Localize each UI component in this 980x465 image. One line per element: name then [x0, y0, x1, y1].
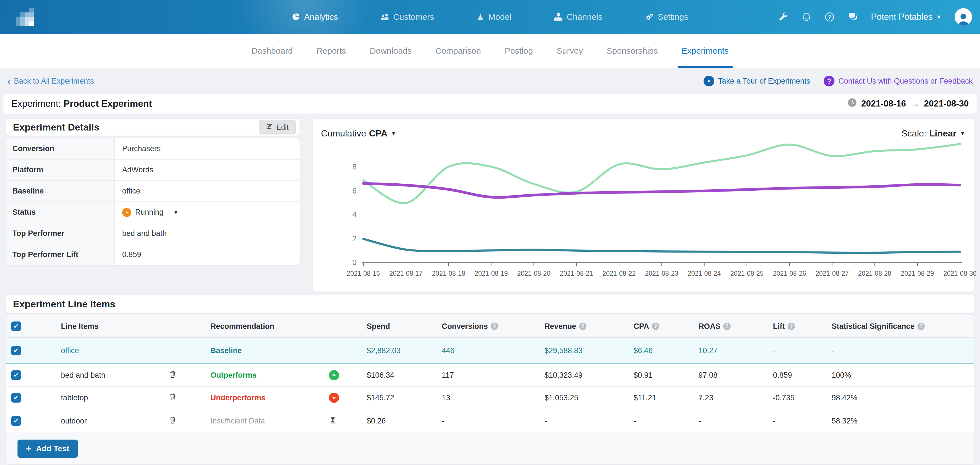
- nav-item-customers[interactable]: Customers: [380, 12, 434, 22]
- help-icon[interactable]: [788, 323, 795, 330]
- question-circle-icon: ?: [824, 76, 834, 86]
- svg-text:2021-08-26: 2021-08-26: [773, 270, 806, 277]
- svg-text:2021-08-24: 2021-08-24: [688, 270, 721, 277]
- row-checkbox[interactable]: [11, 416, 21, 426]
- tab-postlog[interactable]: Postlog: [503, 34, 535, 68]
- row-checkbox[interactable]: [11, 370, 21, 380]
- avatar[interactable]: [955, 8, 972, 26]
- svg-text:6: 6: [352, 187, 356, 195]
- arrow-right-icon: →: [910, 99, 920, 109]
- chevron-down-icon: ▼: [173, 209, 179, 216]
- roas-value: 7.23: [698, 393, 773, 402]
- recommendation: Insufficient Data: [210, 417, 329, 425]
- underperforms-icon: [329, 393, 339, 403]
- tab-survey[interactable]: Survey: [555, 34, 584, 68]
- cpa-value: $0.91: [633, 371, 698, 380]
- tour-link[interactable]: Take a Tour of Experiments: [703, 76, 810, 86]
- details-row-status: Status Running ▼: [6, 202, 299, 223]
- details-row-conversion: Conversion Purchasers: [6, 138, 299, 160]
- svg-text:2021-08-27: 2021-08-27: [816, 270, 849, 277]
- svg-text:2021-08-25: 2021-08-25: [730, 270, 764, 277]
- sitemap-icon: [554, 13, 563, 21]
- stat-sig-value: 100%: [832, 371, 974, 380]
- cpa-value: -: [633, 417, 698, 425]
- trash-icon[interactable]: [168, 395, 177, 403]
- chart-header: Cumulative CPA ▼ Scale: Linear ▼: [313, 119, 974, 141]
- lift-value: -: [773, 417, 832, 425]
- nav-item-analytics[interactable]: Analytics: [292, 12, 338, 22]
- help-circle-icon[interactable]: ?: [824, 12, 835, 22]
- date-range[interactable]: 2021-08-16 → 2021-08-30: [848, 98, 969, 109]
- tab-downloads[interactable]: Downloads: [368, 34, 413, 68]
- tab-reports[interactable]: Reports: [315, 34, 348, 68]
- scale-selector[interactable]: Scale: Linear ▼: [901, 128, 965, 139]
- hourglass-icon: [329, 417, 337, 426]
- tab-comparison[interactable]: Comparison: [434, 34, 483, 68]
- roas-value: 10.27: [698, 346, 773, 355]
- metric-selector[interactable]: Cumulative CPA ▼: [321, 128, 396, 139]
- line-item-name[interactable]: office: [61, 346, 166, 355]
- nav-item-channels[interactable]: Channels: [554, 12, 603, 22]
- cpa-value: $6.46: [633, 346, 698, 355]
- table-row-office: office Baseline $2,882.03 446 $29,588.83…: [6, 338, 974, 364]
- details-header: Experiment Details Edit: [6, 119, 299, 136]
- recommendation: Baseline: [210, 346, 329, 355]
- wrench-icon[interactable]: [778, 12, 789, 22]
- tab-sponsorships[interactable]: Sponsorships: [605, 34, 660, 68]
- help-icon[interactable]: [917, 323, 925, 330]
- line-items-table: Line Items Recommendation Spend Conversi…: [6, 315, 974, 464]
- table-row-tabletop: tabletop Underperforms $145.72 13 $1,053…: [6, 387, 974, 409]
- status-dropdown[interactable]: Running ▼: [122, 208, 178, 217]
- details-row-top-performer: Top Performer bed and bath: [6, 223, 299, 244]
- conversions-value: 446: [442, 346, 544, 355]
- svg-text:?: ?: [828, 14, 831, 20]
- experiment-line-items-panel: Experiment Line Items Line Items Recomme…: [6, 295, 974, 464]
- bell-icon[interactable]: [802, 12, 811, 22]
- nav-label: Analytics: [304, 12, 338, 22]
- help-icon[interactable]: [652, 323, 659, 330]
- edit-button[interactable]: Edit: [259, 120, 296, 134]
- conversions-value: 117: [442, 371, 544, 380]
- nav-item-model[interactable]: Model: [476, 12, 511, 22]
- nav-item-settings[interactable]: Settings: [645, 12, 688, 22]
- svg-text:4: 4: [352, 211, 356, 219]
- revenue-value: $29,588.83: [544, 346, 633, 355]
- svg-text:2021-08-29: 2021-08-29: [901, 270, 934, 277]
- trash-icon[interactable]: [168, 418, 177, 426]
- help-icon[interactable]: [579, 323, 587, 330]
- revenue-value: $1,053.25: [544, 393, 633, 402]
- stat-sig-value: 58.32%: [832, 417, 974, 425]
- select-all-checkbox[interactable]: [11, 321, 21, 331]
- details-table: Conversion Purchasers Platform AdWords B…: [6, 138, 299, 265]
- account-menu[interactable]: Potent Potables ▼: [871, 12, 942, 22]
- trash-icon[interactable]: [168, 372, 177, 380]
- add-test-button[interactable]: + Add Test: [18, 439, 78, 458]
- page-title: Experiment: Product Experiment: [11, 98, 152, 109]
- row-checkbox[interactable]: [11, 393, 21, 403]
- row-checkbox[interactable]: [11, 346, 21, 355]
- play-circle-icon: [703, 76, 714, 86]
- back-to-experiments-link[interactable]: ‹ Back to All Experiments: [7, 77, 94, 86]
- brand-logo[interactable]: [16, 8, 34, 26]
- contact-link[interactable]: ? Contact Us with Questions or Feedback: [824, 76, 973, 86]
- end-date: 2021-08-30: [924, 99, 969, 109]
- cpa-value: $11.21: [633, 393, 698, 402]
- lift-value: -0.735: [773, 393, 832, 402]
- details-title: Experiment Details: [13, 122, 99, 133]
- help-icon[interactable]: [491, 323, 498, 330]
- help-icon[interactable]: [723, 323, 731, 330]
- experiment-name: Product Experiment: [64, 98, 152, 109]
- nav-label: Customers: [393, 12, 434, 22]
- users-icon: [380, 13, 389, 21]
- gears-icon: [645, 13, 654, 21]
- help-links: Take a Tour of Experiments ? Contact Us …: [703, 76, 973, 86]
- tab-dashboard[interactable]: Dashboard: [250, 34, 294, 68]
- svg-text:2021-08-28: 2021-08-28: [858, 270, 891, 277]
- details-row-platform: Platform AdWords: [6, 160, 299, 181]
- nav-label: Settings: [658, 12, 688, 22]
- chat-icon[interactable]: [848, 12, 858, 22]
- tab-experiments[interactable]: Experiments: [680, 34, 730, 68]
- flask-icon: [476, 13, 484, 21]
- status-value: Running: [135, 208, 164, 217]
- lift-value: -: [773, 346, 832, 355]
